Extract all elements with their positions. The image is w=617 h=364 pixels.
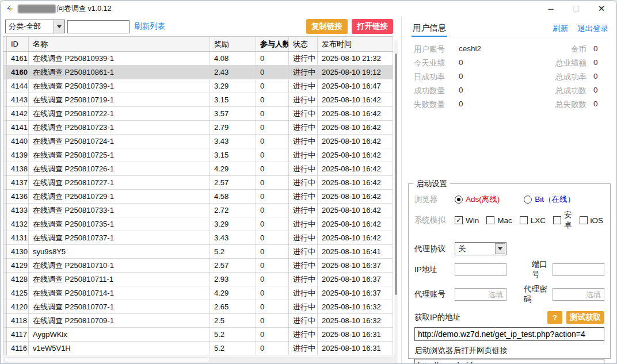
table-row[interactable]: 4128在线调查 P250810711-12.930进行中2025-08-10 … [3, 273, 393, 286]
browser-radio[interactable]: Bit（在线） [524, 194, 575, 205]
launch-settings-group: 启动设置 浏览器 Ads(离线)Bit（在线） 系统模拟 WinMacLXC安卓… [408, 183, 611, 359]
user-info-header: 用户信息 刷新 退出登录 [412, 20, 608, 37]
cell-status: 进行中 [289, 259, 318, 273]
refresh-user-link[interactable]: 刷新 [553, 24, 568, 34]
test-get-ip-button[interactable]: 测试获取 [566, 311, 604, 324]
table-row[interactable]: 4125在线调查 P250810714-14.290进行中2025-08-10 … [3, 286, 393, 300]
table-row[interactable]: 4130syu9s8Y55.20进行中2025-08-10 16:41 [3, 245, 393, 259]
cell-id: 4142 [7, 107, 29, 121]
cell-name: 在线调查 P250810709-1 [29, 314, 210, 328]
cell-time: 2025-08-10 16:42 [318, 190, 393, 204]
search-input[interactable] [67, 20, 130, 33]
browser-label: 浏览器 [414, 194, 450, 205]
category-dropdown[interactable]: 分类-全部 [5, 20, 65, 33]
col-header-id[interactable]: ID [7, 37, 29, 52]
cell-name: 在线调查 P250810737-1 [29, 231, 210, 245]
cell-reward: 5.2 [210, 245, 256, 259]
table-row[interactable]: 4120在线调查 P250810707-12.650进行中2025-08-10 … [3, 300, 393, 314]
proxy-protocol-dropdown[interactable]: 关 [455, 242, 506, 255]
cell-participants: 0 [256, 231, 289, 245]
horizontal-scrollbar[interactable] [3, 357, 397, 363]
logout-link[interactable]: 退出登录 [577, 24, 608, 34]
vertical-scrollbar[interactable] [394, 40, 398, 364]
table-row[interactable]: 4161在线调查 P250810939-14.080进行中2025-08-10 … [3, 52, 393, 66]
system-checkbox[interactable]: iOS [580, 210, 604, 231]
table-row[interactable]: 4129在线调查 P250810710-12.570进行中2025-08-10 … [3, 259, 393, 273]
table-row[interactable]: 4141在线调查 P250810723-12.790进行中2025-08-10 … [3, 121, 393, 135]
browser-radio[interactable]: Ads(离线) [455, 194, 500, 205]
chevron-down-icon[interactable] [495, 243, 505, 254]
cell-status: 进行中 [289, 93, 318, 107]
table-row[interactable]: 4142在线调查 P250810722-13.570进行中2025-08-10 … [3, 107, 393, 121]
proxy-user-input[interactable] [455, 288, 506, 301]
table-row[interactable]: 4144在线调查 P250810739-13.290进行中2025-08-10 … [3, 79, 393, 93]
checkbox-icon [486, 216, 494, 224]
chevron-down-icon[interactable] [54, 20, 64, 33]
table-row[interactable]: 4133在线调查 P250810733-12.720进行中2025-08-10 … [3, 204, 393, 217]
cell-participants: 0 [256, 162, 289, 176]
proxy-pass-label: 代理密码 [524, 284, 553, 305]
col-header-participants[interactable]: 参与人数 [256, 37, 289, 52]
table-row[interactable]: 4131在线调查 P250810737-13.430进行中2025-08-10 … [3, 231, 393, 245]
cell-id: 4132 [7, 217, 29, 231]
col-header-reward[interactable]: 奖励 [210, 37, 256, 52]
table-row[interactable]: 4139在线调查 P250810725-13.150进行中2025-08-10 … [3, 148, 393, 162]
open-link-button[interactable]: 打开链接 [352, 19, 393, 34]
get-ip-url-input[interactable] [414, 327, 604, 341]
table-row[interactable]: 4116v1eW5V1H5.20进行中2025-08-10 16:31 [3, 342, 393, 355]
ip-input[interactable] [455, 263, 506, 276]
cell-name: 在线调查 P250810939-1 [29, 52, 210, 66]
table-row[interactable]: 4140在线调查 P250810724-13.430进行中2025-08-10 … [3, 135, 393, 148]
app-logo-icon [5, 4, 14, 13]
close-icon[interactable]: ✕ [589, 1, 614, 17]
table-row[interactable]: 4143在线调查 P250810719-13.150进行中2025-08-10 … [3, 93, 393, 107]
copy-link-button[interactable]: 复制链接 [306, 19, 348, 34]
cell-id: 4116 [7, 342, 29, 355]
port-input[interactable] [553, 263, 604, 276]
horizontal-scrollbar-thumb[interactable] [4, 357, 210, 362]
system-checkbox[interactable]: Mac [486, 210, 512, 231]
refresh-list-link[interactable]: 刷新列表 [134, 21, 165, 32]
col-header-status[interactable]: 状态 [289, 37, 318, 52]
vertical-scrollbar-thumb[interactable] [395, 53, 397, 295]
cell-name: 在线调查 P250810725-1 [29, 148, 210, 162]
table-row[interactable]: 4132在线调查 P250810735-13.290进行中2025-08-10 … [3, 217, 393, 231]
help-button[interactable]: ? [547, 311, 562, 324]
system-options: WinMacLXC安卓iOS [455, 210, 611, 231]
maximize-icon[interactable]: ☐ [563, 1, 589, 17]
table-row[interactable]: 4137在线调查 P250810727-12.570进行中2025-08-10 … [3, 176, 393, 190]
stat-label: 失败数量 [414, 99, 452, 110]
cell-name: 在线调查 P250810733-1 [29, 204, 210, 217]
stat-label: 总成功率 [534, 72, 586, 82]
col-header-name[interactable]: 名称 [29, 37, 210, 52]
cell-participants: 0 [256, 259, 289, 273]
system-checkbox[interactable]: LXC [520, 210, 546, 231]
table-row[interactable]: 4118在线调查 P250810709-12.50进行中2025-08-10 1… [3, 314, 393, 328]
cell-reward: 3.43 [210, 135, 256, 148]
radio-icon [524, 196, 532, 204]
cell-name: 在线调查 P250810726-1 [29, 162, 210, 176]
table-row[interactable]: 4136在线调查 P250810729-14.580进行中2025-08-10 … [3, 190, 393, 204]
cell-participants: 0 [256, 286, 289, 300]
cell-name: 在线调查 P250810707-1 [29, 300, 210, 314]
system-checkbox[interactable]: Win [455, 210, 479, 231]
cell-reward: 5.2 [210, 328, 256, 342]
stat-label: 用户账号 [414, 44, 452, 55]
proxy-pass-input[interactable] [553, 288, 604, 301]
open-page-url-input[interactable] [414, 359, 604, 364]
cell-status: 进行中 [289, 52, 318, 66]
cell-status: 进行中 [289, 314, 318, 328]
table-row[interactable]: 4138在线调查 P250810726-14.290进行中2025-08-10 … [3, 162, 393, 176]
ip-label: IP地址 [414, 265, 450, 275]
table-row[interactable]: 4117AygpWKlx5.20进行中2025-08-10 16:31 [3, 328, 393, 342]
cell-participants: 0 [256, 300, 289, 314]
cell-status: 进行中 [289, 231, 318, 245]
cell-reward: 2.79 [210, 121, 256, 135]
minimize-icon[interactable]: ─ [538, 1, 563, 17]
checkbox-icon [553, 216, 561, 224]
cell-id: 4161 [7, 52, 29, 66]
system-checkbox[interactable]: 安卓 [553, 210, 572, 231]
cell-participants: 0 [256, 135, 289, 148]
table-row[interactable]: 4160在线调查 P250810861-12.430进行中2025-08-10 … [3, 66, 393, 79]
col-header-publish-time[interactable]: 发布时间 [318, 37, 393, 52]
